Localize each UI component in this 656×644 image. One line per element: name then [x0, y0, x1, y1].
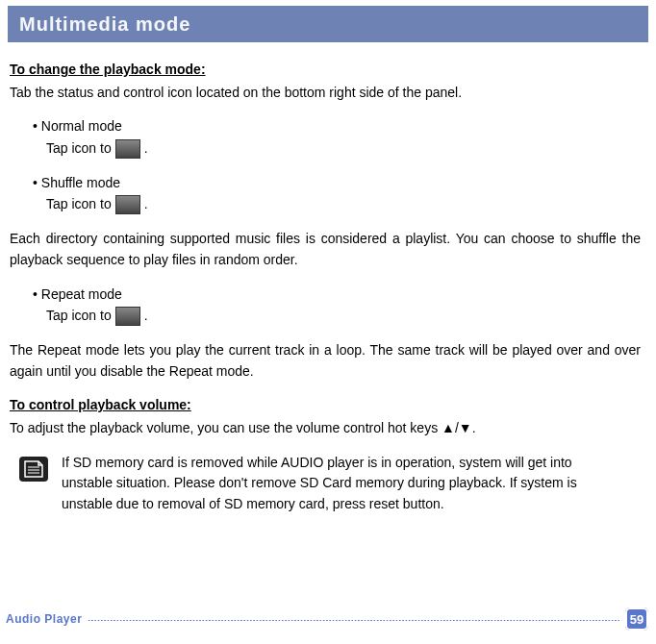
footer-dots — [88, 613, 619, 625]
content-area: To change the playback mode: Tab the sta… — [0, 42, 656, 515]
shuffle-mode-icon — [115, 195, 140, 214]
repeat-tap-post: . — [144, 306, 148, 327]
repeat-para: The Repeat mode lets you play the curren… — [10, 340, 641, 382]
footer-label: Audio Player — [6, 612, 82, 626]
normal-mode-icon — [115, 139, 140, 159]
bullet-shuffle: • Shuffle mode Tap icon to . — [33, 173, 641, 215]
heading-change-mode: To change the playback mode: — [10, 60, 641, 81]
shuffle-label: Shuffle mode — [41, 175, 120, 190]
repeat-tap-pre: Tap icon to — [46, 306, 112, 327]
note-row: If SD memory card is removed while AUDIO… — [19, 453, 641, 515]
repeat-label: Repeat mode — [41, 286, 122, 302]
intro-para: Tab the status and control icon located … — [10, 83, 641, 104]
page-title: Multimedia mode — [19, 13, 190, 36]
note-icon — [19, 453, 50, 515]
heading-volume: To control playback volume: — [10, 395, 641, 416]
shuffle-tap-post: . — [144, 194, 148, 215]
volume-para: To adjust the playback volume, you can u… — [10, 418, 641, 439]
bullet-repeat: • Repeat mode Tap icon to . — [33, 285, 641, 327]
footer: Audio Player 59 — [0, 607, 656, 631]
normal-tap-pre: Tap icon to — [46, 138, 112, 160]
shuffle-para: Each directory containing supported musi… — [10, 229, 641, 270]
repeat-mode-icon — [115, 307, 140, 326]
svg-rect-0 — [19, 457, 48, 482]
bullet-normal: • Normal mode Tap icon to . — [33, 116, 641, 159]
shuffle-tap-pre: Tap icon to — [46, 194, 112, 215]
title-bar: Multimedia mode — [8, 6, 648, 42]
normal-label: Normal mode — [41, 118, 122, 134]
page-number-badge: 59 — [625, 607, 648, 631]
note-text: If SD memory card is removed while AUDIO… — [62, 453, 623, 515]
normal-tap-post: . — [144, 138, 148, 160]
